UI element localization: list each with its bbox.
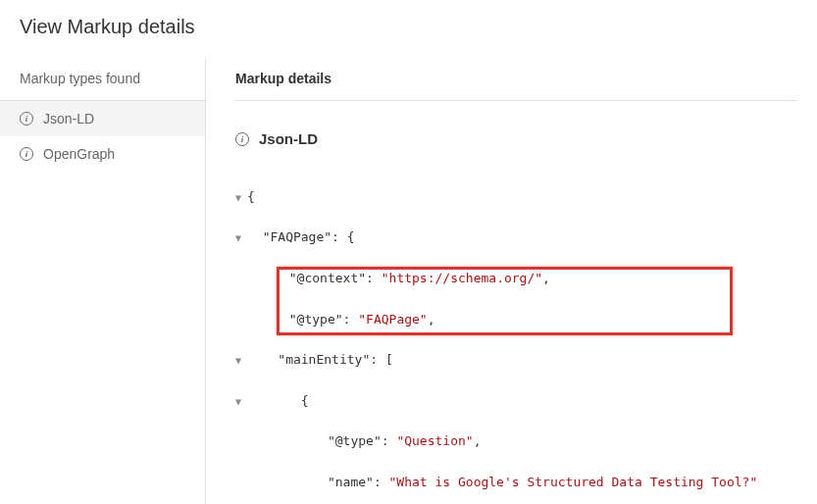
section-title-text: Json-LD — [259, 130, 318, 147]
page-header: View Markup details — [0, 0, 817, 59]
sidebar-item-label: Json-LD — [43, 111, 94, 126]
json-line: "@context": "https://schema.org/", — [235, 269, 797, 289]
sidebar: Markup types found i Json-LD i OpenGraph — [0, 59, 206, 504]
info-icon: i — [20, 147, 33, 161]
page-title: View Markup details — [20, 16, 797, 38]
json-line: "@type": "Question", — [235, 431, 797, 452]
sidebar-heading: Markup types found — [0, 59, 205, 101]
section-title: i Json-LD — [235, 130, 797, 147]
info-icon: i — [20, 112, 33, 126]
sidebar-item-opengraph[interactable]: i OpenGraph — [0, 136, 205, 172]
tree-toggle[interactable]: ▼ — [235, 394, 247, 410]
tree-toggle[interactable]: ▼ — [235, 353, 247, 369]
info-icon: i — [235, 132, 249, 146]
json-line: "@type": "FAQPage", — [235, 310, 797, 330]
json-line: ▼ { — [235, 391, 797, 412]
main-heading: Markup details — [235, 59, 797, 101]
json-line: "name": "What is Google's Structured Dat… — [235, 473, 797, 493]
json-line: ▼{ — [235, 187, 797, 208]
tree-toggle[interactable]: ▼ — [235, 190, 247, 206]
sidebar-item-label: OpenGraph — [43, 146, 115, 162]
json-line: ▼ "mainEntity": [ — [235, 350, 797, 371]
main-panel: Markup details i Json-LD ▼{ ▼ "FAQPage":… — [206, 59, 817, 504]
content-area: Markup types found i Json-LD i OpenGraph… — [0, 59, 817, 504]
sidebar-item-jsonld[interactable]: i Json-LD — [0, 101, 205, 136]
tree-toggle[interactable]: ▼ — [235, 230, 247, 246]
json-line: ▼ "FAQPage": { — [235, 227, 797, 248]
json-tree-viewer: ▼{ ▼ "FAQPage": { "@context": "https://s… — [235, 167, 797, 504]
